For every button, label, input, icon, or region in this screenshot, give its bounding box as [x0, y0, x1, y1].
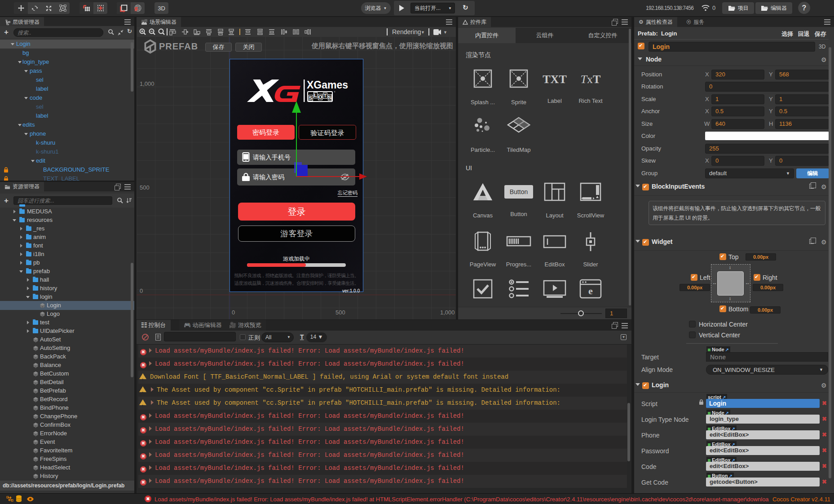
svg-text:e: e [588, 285, 593, 296]
